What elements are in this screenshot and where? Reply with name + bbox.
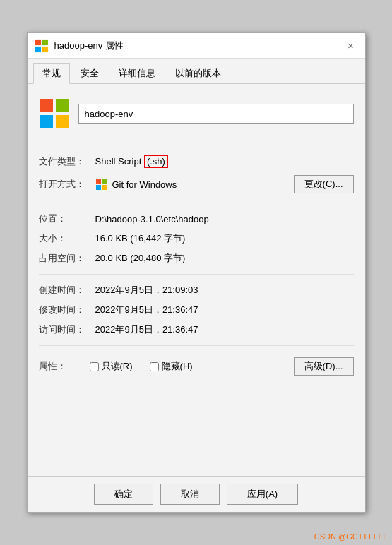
file-header: [39, 92, 354, 138]
size-value: 16.0 KB (16,442 字节): [95, 232, 354, 245]
footer: 确定 取消 应用(A): [28, 476, 365, 512]
timestamps-section: 创建时间： 2022年9月5日，21:09:03 修改时间： 2022年9月5日…: [39, 275, 354, 346]
tab-general[interactable]: 常规: [33, 63, 70, 84]
modified-row: 修改时间： 2022年9月5日，21:36:47: [39, 300, 354, 320]
disk-size-value: 20.0 KB (20,480 字节): [95, 252, 354, 265]
file-type-text: Shell Script: [95, 156, 142, 167]
close-button[interactable]: ×: [344, 39, 358, 53]
hidden-checkbox[interactable]: [150, 362, 159, 371]
cancel-button[interactable]: 取消: [160, 484, 220, 505]
svg-rect-10: [96, 185, 101, 190]
svg-rect-2: [35, 46, 40, 52]
ok-button[interactable]: 确定: [94, 484, 153, 505]
advanced-button[interactable]: 高级(D)...: [294, 357, 354, 376]
location-row: 位置： D:\hadoop-3.1.0\etc\hadoop: [39, 209, 354, 229]
svg-rect-5: [56, 99, 69, 112]
svg-rect-6: [40, 115, 53, 128]
file-type-section: 文件类型： Shell Script (.sh) 打开方式： Git for W…: [39, 145, 354, 203]
attr-label: 属性：: [39, 360, 90, 373]
change-button[interactable]: 更改(C)...: [294, 175, 354, 193]
file-type-label: 文件类型：: [39, 155, 90, 168]
created-label: 创建时间：: [39, 284, 90, 297]
git-icon: [95, 178, 108, 191]
hidden-label: 隐藏(H): [162, 360, 193, 373]
svg-rect-3: [42, 46, 47, 52]
svg-rect-1: [42, 39, 47, 44]
file-icon: [39, 98, 70, 129]
location-section: 位置： D:\hadoop-3.1.0\etc\hadoop 大小： 16.0 …: [39, 203, 354, 275]
open-with-app-name: Git for Windows: [112, 179, 177, 190]
titlebar-title: hadoop-env 属性: [54, 40, 344, 52]
properties-dialog: hadoop-env 属性 × 常规 安全 详细信息 以前的版本 文件类型： S…: [27, 32, 366, 513]
size-row: 大小： 16.0 KB (16,442 字节): [39, 229, 354, 248]
accessed-row: 访问时间： 2022年9月5日，21:36:47: [39, 320, 354, 340]
created-row: 创建时间： 2022年9月5日，21:09:03: [39, 280, 354, 300]
tab-security[interactable]: 安全: [71, 63, 108, 84]
readonly-checkbox[interactable]: [90, 362, 99, 371]
accessed-value: 2022年9月5日，21:36:47: [95, 323, 354, 336]
readonly-checkbox-label[interactable]: 只读(R): [90, 360, 133, 373]
apply-button[interactable]: 应用(A): [227, 484, 298, 505]
tab-previous-versions[interactable]: 以前的版本: [166, 63, 230, 84]
svg-rect-7: [56, 115, 69, 128]
tabs-bar: 常规 安全 详细信息 以前的版本: [28, 59, 365, 84]
accessed-label: 访问时间：: [39, 323, 90, 336]
open-with-row: 打开方式： Git for Windows 更改(C)...: [39, 172, 354, 197]
file-type-value: Shell Script (.sh): [95, 155, 354, 168]
titlebar-icon: [35, 39, 49, 53]
location-value: D:\hadoop-3.1.0\etc\hadoop: [95, 214, 354, 224]
disk-size-row: 占用空间： 20.0 KB (20,480 字节): [39, 248, 354, 268]
open-with-label: 打开方式：: [39, 178, 90, 191]
modified-label: 修改时间：: [39, 304, 90, 316]
size-label: 大小：: [39, 232, 90, 245]
svg-rect-0: [35, 39, 40, 44]
location-label: 位置：: [39, 212, 90, 225]
checkboxes: 只读(R) 隐藏(H): [90, 360, 294, 373]
open-with-app: Git for Windows: [95, 178, 288, 191]
svg-rect-9: [102, 179, 107, 184]
readonly-label: 只读(R): [102, 360, 133, 373]
attributes-section: 属性： 只读(R) 隐藏(H) 高级(D)...: [39, 346, 354, 387]
file-name-input[interactable]: [78, 104, 354, 124]
svg-rect-4: [40, 99, 53, 112]
created-value: 2022年9月5日，21:09:03: [95, 284, 354, 297]
tab-details[interactable]: 详细信息: [109, 63, 165, 84]
tab-content: 文件类型： Shell Script (.sh) 打开方式： Git for W…: [28, 84, 365, 476]
svg-rect-8: [96, 179, 101, 184]
modified-value: 2022年9月5日，21:36:47: [95, 304, 354, 316]
disk-size-label: 占用空间：: [39, 252, 90, 265]
titlebar: hadoop-env 属性 ×: [28, 33, 365, 59]
attributes-row: 属性： 只读(R) 隐藏(H) 高级(D)...: [39, 352, 354, 381]
hidden-checkbox-label[interactable]: 隐藏(H): [150, 360, 193, 373]
file-ext-highlight: (.sh): [144, 155, 168, 168]
file-type-row: 文件类型： Shell Script (.sh): [39, 151, 354, 172]
svg-rect-11: [102, 185, 107, 190]
watermark: CSDN @GCTTTTTT: [314, 532, 386, 541]
